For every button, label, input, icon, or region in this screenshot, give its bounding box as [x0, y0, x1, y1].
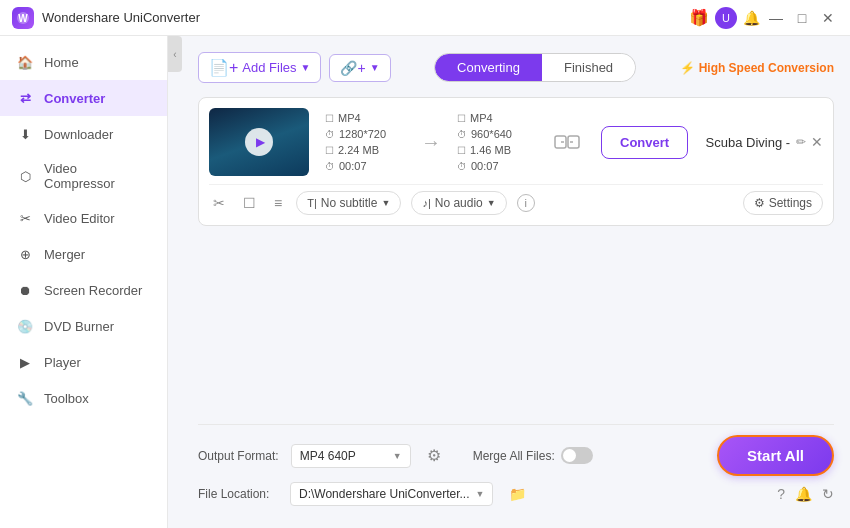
- merge-switch[interactable]: [561, 447, 593, 464]
- sidebar-label-editor: Video Editor: [44, 211, 115, 226]
- sidebar-item-player[interactable]: ▶ Player: [0, 344, 167, 380]
- add-files-button[interactable]: 📄+ Add Files ▼: [198, 52, 321, 83]
- high-speed-badge[interactable]: ⚡ High Speed Conversion: [680, 61, 834, 75]
- recorder-icon: ⏺: [16, 281, 34, 299]
- tab-converting[interactable]: Converting: [435, 54, 542, 81]
- sidebar-label-home: Home: [44, 55, 79, 70]
- sync-icon[interactable]: ↻: [822, 486, 834, 502]
- sidebar-label-merger: Merger: [44, 247, 85, 262]
- target-res-icon: ⏱: [457, 129, 467, 140]
- start-all-button[interactable]: Start All: [717, 435, 834, 476]
- player-icon: ▶: [16, 353, 34, 371]
- size-icon: ☐: [325, 145, 334, 156]
- target-format-row: ☐ MP4: [457, 112, 537, 124]
- source-resolution-row: ⏱ 1280*720: [325, 128, 405, 140]
- user-avatar[interactable]: U: [715, 7, 737, 29]
- convert-button[interactable]: Convert: [601, 126, 688, 159]
- gift-icon[interactable]: 🎁: [689, 8, 709, 27]
- bell-icon[interactable]: 🔔: [743, 10, 760, 26]
- list-icon[interactable]: ≡: [270, 193, 286, 213]
- source-duration: 00:07: [339, 160, 367, 172]
- subtitle-select[interactable]: T| No subtitle ▼: [296, 191, 401, 215]
- content-area: 📄+ Add Files ▼ 🔗+ ▼ Converting Finished …: [182, 36, 850, 528]
- audio-select[interactable]: ♪| No audio ▼: [411, 191, 506, 215]
- sidebar-label-toolbox: Toolbox: [44, 391, 89, 406]
- audio-icon: ♪|: [422, 197, 430, 209]
- sidebar-collapse-button[interactable]: ‹: [168, 36, 182, 72]
- tab-finished[interactable]: Finished: [542, 54, 635, 81]
- target-size-icon: ☐: [457, 145, 466, 156]
- audio-caret: ▼: [487, 198, 496, 208]
- settings-icon: ⚙: [754, 196, 765, 210]
- help-icon[interactable]: ?: [777, 486, 785, 502]
- play-icon: ▶: [256, 135, 265, 149]
- add-files-label: Add Files: [242, 60, 296, 75]
- info-button[interactable]: i: [517, 194, 535, 212]
- add-url-button[interactable]: 🔗+ ▼: [329, 54, 390, 82]
- audio-label: No audio: [435, 196, 483, 210]
- maximize-button[interactable]: □: [792, 8, 812, 28]
- source-format-row: ☐ MP4: [325, 112, 405, 124]
- file-info-row: ☐ MP4 ⏱ 1280*720 ☐ 2.24 MB: [313, 112, 700, 172]
- sidebar-label-downloader: Downloader: [44, 127, 113, 142]
- sidebar-label-player: Player: [44, 355, 81, 370]
- sidebar-item-video-compressor[interactable]: ⬡ Video Compressor: [0, 152, 167, 200]
- sidebar-label-dvd: DVD Burner: [44, 319, 114, 334]
- copy-icon[interactable]: ☐: [239, 193, 260, 213]
- sidebar-label-compressor: Video Compressor: [44, 161, 151, 191]
- file-title: Scuba Diving -: [706, 135, 791, 150]
- sidebar-item-converter[interactable]: ⇄ Converter: [0, 80, 167, 116]
- file-location-label: File Location:: [198, 487, 278, 501]
- format-caret: ▼: [393, 451, 402, 461]
- speed-icon: ⚡: [680, 61, 695, 75]
- cut-icon[interactable]: ✂: [209, 193, 229, 213]
- target-dur-icon: ⏱: [457, 161, 467, 172]
- sidebar-item-screen-recorder[interactable]: ⏺ Screen Recorder: [0, 272, 167, 308]
- home-icon: 🏠: [16, 53, 34, 71]
- bottom-row-1: Output Format: MP4 640P ▼ ⚙ Merge All Fi…: [198, 435, 834, 476]
- duration-icon: ⏱: [325, 161, 335, 172]
- output-format-label: Output Format:: [198, 449, 279, 463]
- sidebar-item-home[interactable]: 🏠 Home: [0, 44, 167, 80]
- location-caret: ▼: [476, 489, 485, 499]
- output-format-value: MP4 640P: [300, 449, 356, 463]
- settings-button[interactable]: ⚙ Settings: [743, 191, 823, 215]
- resolution-icon: ⏱: [325, 129, 335, 140]
- toolbox-icon: 🔧: [16, 389, 34, 407]
- compress-icon: [553, 128, 581, 156]
- subtitle-icon: T|: [307, 197, 317, 209]
- notification-icon[interactable]: 🔔: [795, 486, 812, 502]
- minimize-button[interactable]: —: [766, 8, 786, 28]
- conversion-tabs: Converting Finished: [434, 53, 636, 82]
- target-duration: 00:07: [471, 160, 499, 172]
- close-card-icon[interactable]: ✕: [811, 134, 823, 150]
- sidebar-item-dvd-burner[interactable]: 💿 DVD Burner: [0, 308, 167, 344]
- merge-all-toggle: Merge All Files:: [473, 447, 593, 464]
- sidebar-label-converter: Converter: [44, 91, 105, 106]
- folder-icon[interactable]: 📁: [509, 486, 526, 502]
- sidebar-item-downloader[interactable]: ⬇ Downloader: [0, 116, 167, 152]
- file-card: ▶ ☐ MP4 ⏱ 1280*720: [198, 97, 834, 226]
- settings-label: Settings: [769, 196, 812, 210]
- dvd-icon: 💿: [16, 317, 34, 335]
- titlebar-actions: 🎁 U 🔔 — □ ✕: [689, 7, 838, 29]
- target-format: MP4: [470, 112, 493, 124]
- format-icon: ☐: [325, 113, 334, 124]
- target-duration-row: ⏱ 00:07: [457, 160, 537, 172]
- sidebar-item-toolbox[interactable]: 🔧 Toolbox: [0, 380, 167, 416]
- topbar: 📄+ Add Files ▼ 🔗+ ▼ Converting Finished …: [198, 52, 834, 83]
- source-size: 2.24 MB: [338, 144, 379, 156]
- format-settings-icon[interactable]: ⚙: [427, 446, 441, 465]
- output-format-select[interactable]: MP4 640P ▼: [291, 444, 411, 468]
- file-thumbnail: ▶: [209, 108, 309, 176]
- sidebar: 🏠 Home ⇄ Converter ⬇ Downloader ⬡ Video …: [0, 36, 168, 528]
- conversion-arrow: →: [413, 131, 449, 154]
- sidebar-item-merger[interactable]: ⊕ Merger: [0, 236, 167, 272]
- close-button[interactable]: ✕: [818, 8, 838, 28]
- file-location-select[interactable]: D:\Wondershare UniConverter... ▼: [290, 482, 493, 506]
- edit-title-icon[interactable]: ✏: [796, 135, 806, 149]
- titlebar: W Wondershare UniConverter 🎁 U 🔔 — □ ✕: [0, 0, 850, 36]
- sidebar-item-video-editor[interactable]: ✂ Video Editor: [0, 200, 167, 236]
- topbar-left: 📄+ Add Files ▼ 🔗+ ▼: [198, 52, 391, 83]
- play-button[interactable]: ▶: [245, 128, 273, 156]
